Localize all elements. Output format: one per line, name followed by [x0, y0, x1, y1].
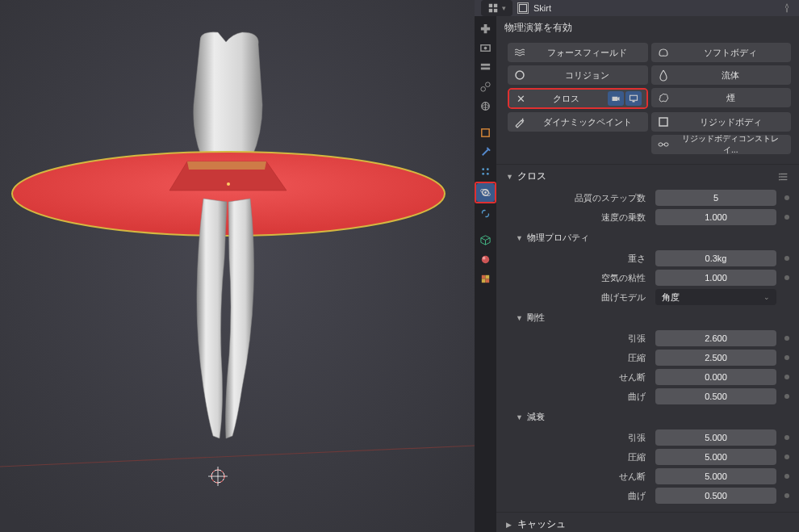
keyframe-dot[interactable] — [784, 215, 789, 220]
object-header: ▾ Skirt — [475, 0, 799, 16]
caret-icon: ▼ — [516, 234, 524, 242]
tab-render[interactable] — [476, 19, 495, 38]
damping-bending-label: 曲げ — [506, 490, 655, 502]
stiffness-bending-field[interactable]: 0.500 — [655, 388, 776, 404]
caret-icon: ▶ — [506, 521, 514, 529]
tab-scene[interactable] — [476, 77, 495, 96]
stiffness-compression-label: 圧縮 — [506, 352, 655, 364]
viewport-3d[interactable] — [0, 0, 475, 532]
keyframe-dot[interactable] — [784, 256, 789, 261]
cloth-render-toggle[interactable] — [608, 91, 624, 106]
collision-icon — [512, 68, 527, 82]
cloth-button[interactable]: ✕ クロス — [509, 90, 646, 107]
pin-icon[interactable] — [781, 2, 793, 14]
damping-tension-field[interactable]: 5.000 — [655, 429, 776, 446]
svg-point-26 — [484, 191, 487, 194]
bending-model-value: 角度 — [662, 291, 680, 304]
rigid-body-label: リジッドボディ — [676, 116, 787, 128]
bending-model-select[interactable]: 角度 ⌄ — [655, 289, 776, 305]
tab-world[interactable] — [476, 97, 495, 115]
collision-button[interactable]: コリジョン — [508, 65, 648, 85]
svg-point-18 — [486, 82, 491, 87]
properties-panel: ▾ Skirt 物理演算を有効 — [475, 0, 799, 532]
bending-model-label: 曲げモデル — [506, 291, 655, 304]
keyframe-dot[interactable] — [784, 455, 789, 459]
stiffness-shear-field[interactable]: 0.000 — [655, 369, 776, 385]
keyframe-dot[interactable] — [784, 394, 789, 399]
svg-point-46 — [779, 176, 780, 178]
svg-point-14 — [484, 47, 487, 50]
rigid-constraint-button[interactable]: リジッドボディコンストレイ... — [651, 135, 792, 154]
physical-props-title: 物理プロパティ — [527, 232, 589, 244]
keyframe-dot[interactable] — [784, 336, 789, 341]
rigid-constraint-label: リジッドボディコンストレイ... — [676, 133, 787, 156]
mass-label: 重さ — [506, 253, 655, 265]
keyframe-dot[interactable] — [784, 375, 789, 379]
damping-compression-field[interactable]: 5.000 — [655, 449, 776, 465]
panel-menu-icon[interactable] — [778, 171, 789, 182]
stiffness-header[interactable]: ▼ 剛性 — [496, 307, 799, 329]
damping-bending-field[interactable]: 0.500 — [655, 488, 776, 504]
tab-constraints[interactable] — [476, 204, 495, 223]
cloth-viewport-toggle[interactable] — [625, 91, 642, 106]
keyframe-dot[interactable] — [784, 275, 789, 280]
cloth-remove-icon[interactable]: ✕ — [514, 93, 527, 105]
fluid-button[interactable]: 流体 — [651, 65, 792, 85]
mesh-icon — [517, 2, 529, 14]
stiffness-compression-field[interactable]: 2.500 — [655, 350, 776, 366]
smoke-button[interactable]: 煙 — [651, 88, 792, 107]
tab-particles[interactable] — [476, 162, 495, 181]
fluid-label: 流体 — [676, 69, 787, 82]
svg-rect-12 — [520, 5, 527, 12]
cloth-button-highlight: ✕ クロス — [508, 88, 648, 109]
stiffness-shear-label: せん断 — [506, 371, 655, 383]
smoke-label: 煙 — [676, 92, 787, 104]
svg-rect-11 — [494, 9, 497, 12]
air-viscosity-field[interactable]: 1.000 — [655, 270, 776, 286]
keyframe-dot[interactable] — [784, 355, 789, 360]
svg-rect-30 — [482, 275, 486, 279]
tab-material[interactable] — [476, 250, 495, 269]
forcefield-button[interactable]: フォースフィールド — [508, 43, 648, 62]
svg-point-22 — [487, 168, 489, 170]
physical-props-header[interactable]: ▼ 物理プロパティ — [496, 227, 799, 249]
svg-point-45 — [779, 173, 780, 174]
cache-panel-header[interactable]: ▶ キャッシュ — [496, 512, 799, 532]
speed-multiplier-field[interactable]: 1.000 — [655, 209, 776, 225]
svg-rect-16 — [481, 68, 490, 70]
svg-point-24 — [487, 173, 489, 175]
keyframe-dot[interactable] — [784, 474, 789, 479]
chevron-down-icon: ⌄ — [763, 293, 770, 301]
stiffness-tension-field[interactable]: 2.600 — [655, 330, 776, 346]
cloth-panel-header[interactable]: ▼ クロス — [496, 164, 799, 188]
tab-texture[interactable] — [476, 270, 495, 288]
tab-output[interactable] — [476, 39, 495, 57]
rigid-constraint-icon — [656, 137, 671, 152]
editor-type-selector[interactable]: ▾ — [481, 0, 512, 16]
caret-icon: ▼ — [516, 314, 524, 322]
tab-modifiers[interactable] — [476, 143, 495, 161]
dynamic-paint-button[interactable]: ダイナミックペイント — [508, 112, 648, 132]
damping-shear-label: せん断 — [506, 471, 655, 483]
keyframe-dot[interactable] — [784, 493, 789, 498]
svg-rect-31 — [486, 275, 490, 279]
svg-point-29 — [483, 257, 486, 260]
keyframe-dot[interactable] — [784, 195, 789, 200]
softbody-button[interactable]: ソフトボディ — [651, 43, 792, 62]
mass-field[interactable]: 0.3kg — [655, 250, 776, 266]
tab-view-layer[interactable] — [476, 58, 495, 77]
svg-rect-32 — [482, 279, 486, 283]
damping-title: 減衰 — [527, 411, 545, 423]
tab-physics[interactable] — [476, 183, 495, 202]
keyframe-dot[interactable] — [784, 435, 789, 440]
svg-rect-20 — [482, 129, 489, 136]
damping-compression-label: 圧縮 — [506, 451, 655, 463]
tab-mesh-data[interactable] — [476, 231, 495, 249]
cache-title: キャッシュ — [517, 517, 566, 531]
forcefield-icon — [512, 45, 527, 60]
damping-shear-field[interactable]: 5.000 — [655, 468, 776, 484]
quality-steps-field[interactable]: 5 — [655, 190, 776, 206]
damping-header[interactable]: ▼ 減衰 — [496, 406, 799, 428]
tab-object[interactable] — [476, 124, 495, 142]
rigid-body-button[interactable]: リジッドボディ — [651, 112, 792, 132]
